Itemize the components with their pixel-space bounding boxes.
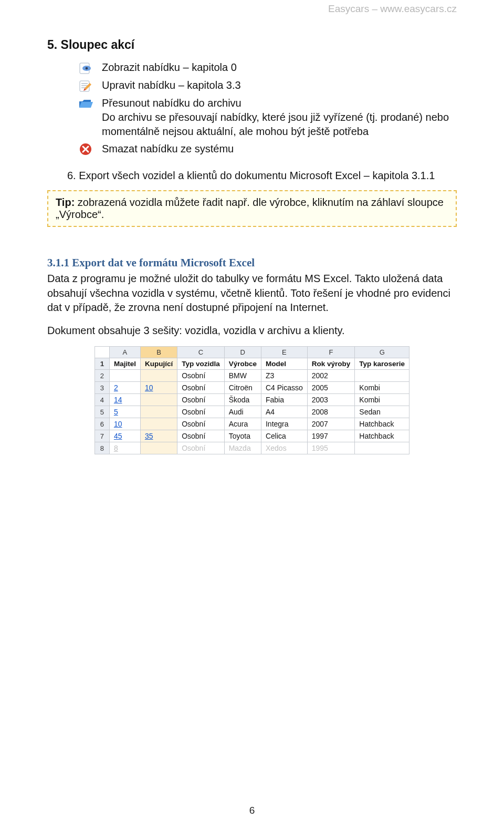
cell: 2003 [307,394,355,406]
action-view-label: Zobrazit nabídku – kapitola 0 [102,60,457,75]
paragraph-311-1: Data z programu je možné uložit do tabul… [47,272,457,315]
cell: Kombi [355,394,410,406]
excel-corner [94,347,109,358]
cell [140,370,177,382]
tip-box: Tip: zobrazená vozidla můžete řadit např… [47,190,457,227]
heading-3-1-1: 3.1.1 Export dat ve formátu Microsoft Ex… [47,256,457,269]
action-archive-text: Přesunout nabídku do archivu Do archivu … [102,96,457,139]
actions-list: Zobrazit nabídku – kapitola 0 Upravit na… [78,60,457,156]
cell: 45 [109,430,140,442]
action-archive-line2: Do archivu se přesouvají nabídky, které … [102,111,449,137]
cell: Sedan [355,406,410,418]
col-d: D [224,347,261,358]
cell: 14 [109,394,140,406]
row-num: 7 [94,430,109,442]
cell: 2007 [307,418,355,430]
cell: Celica [261,430,307,442]
table-row: 6 10 Osobní Acura Integra 2007 Hatchback [94,418,409,430]
cell: Osobní [177,382,225,394]
excel-col-letters: A B C D E F G [94,347,409,358]
excel-header-row: 1 Majitel Kupující Typ vozidla Výrobce M… [94,358,409,370]
cell: Hatchback [355,430,410,442]
action-archive-line1: Přesunout nabídku do archivu [102,97,242,109]
row-num: 2 [94,370,109,382]
cell: Kombi [355,382,410,394]
action-row-archive: Přesunout nabídku do archivu Do archivu … [78,96,457,139]
cell: Osobní [177,430,225,442]
folder-icon [78,96,93,110]
page-number: 6 [0,805,504,816]
col-a: A [109,347,140,358]
col-f: F [307,347,355,358]
section-5-title: 5. Sloupec akcí [47,38,457,52]
table-row: 2 Osobní BMW Z3 2002 [94,370,409,382]
cell: BMW [224,370,261,382]
cell: 10 [140,382,177,394]
cell: Fabia [261,394,307,406]
hdr-kupujici: Kupující [140,358,177,370]
item-6-export: 6. Export všech vozidel a klientů do dok… [67,170,457,182]
action-row-view: Zobrazit nabídku – kapitola 0 [78,60,457,75]
table-row: 8 8 Osobní Mazda Xedos 1995 [94,442,409,454]
cell: Mazda [224,442,261,454]
eye-icon [78,60,93,75]
svg-rect-5 [81,85,88,86]
row-1: 1 [94,358,109,370]
hdr-karoserie: Typ karoserie [355,358,410,370]
cell: Acura [224,418,261,430]
hdr-typ: Typ vozidla [177,358,225,370]
cell [140,442,177,454]
hdr-majitel: Majitel [109,358,140,370]
cell: Osobní [177,370,225,382]
col-e: E [261,347,307,358]
row-num: 6 [94,418,109,430]
hdr-vyrobce: Výrobce [224,358,261,370]
cell: Osobní [177,418,225,430]
col-b: B [140,347,177,358]
hdr-rok: Rok výroby [307,358,355,370]
svg-point-2 [86,67,88,70]
cell: Xedos [261,442,307,454]
excel-table: A B C D E F G 1 Majitel Kupující Typ voz… [94,346,410,454]
cell: C4 Picasso [261,382,307,394]
delete-icon [78,142,93,155]
action-row-edit: Upravit nabídku – kapitola 3.3 [78,78,457,93]
cell: 2002 [307,370,355,382]
cell [140,406,177,418]
cell: 8 [109,442,140,454]
cell: 1997 [307,430,355,442]
edit-icon [78,78,93,93]
cell [140,394,177,406]
cell: Integra [261,418,307,430]
action-edit-label: Upravit nabídku – kapitola 3.3 [102,78,457,92]
tip-text: zobrazená vozidla můžete řadit např. dle… [56,196,444,220]
cell: 2008 [307,406,355,418]
excel-screenshot: A B C D E F G 1 Majitel Kupující Typ voz… [47,346,457,454]
col-c: C [177,347,225,358]
table-row: 7 45 35 Osobní Toyota Celica 1997 Hatchb… [94,430,409,442]
cell: Citroën [224,382,261,394]
cell: A4 [261,406,307,418]
row-num: 4 [94,394,109,406]
action-row-delete: Smazat nabídku ze systému [78,142,457,156]
table-row: 5 5 Osobní Audi A4 2008 Sedan [94,406,409,418]
cell [109,370,140,382]
page-header-right: Easycars – www.easycars.cz [328,3,457,15]
tip-label: Tip: [56,196,75,208]
cell: 35 [140,430,177,442]
cell: Osobní [177,394,225,406]
cell: Z3 [261,370,307,382]
svg-rect-4 [81,83,88,84]
cell: Osobní [177,442,225,454]
row-num: 8 [94,442,109,454]
action-delete-label: Smazat nabídku ze systému [102,142,457,156]
cell: 5 [109,406,140,418]
cell: Toyota [224,430,261,442]
cell: Osobní [177,406,225,418]
cell: 2005 [307,382,355,394]
cell: Škoda [224,394,261,406]
cell: Hatchback [355,418,410,430]
cell [355,370,410,382]
cell: 10 [109,418,140,430]
cell [355,442,410,454]
